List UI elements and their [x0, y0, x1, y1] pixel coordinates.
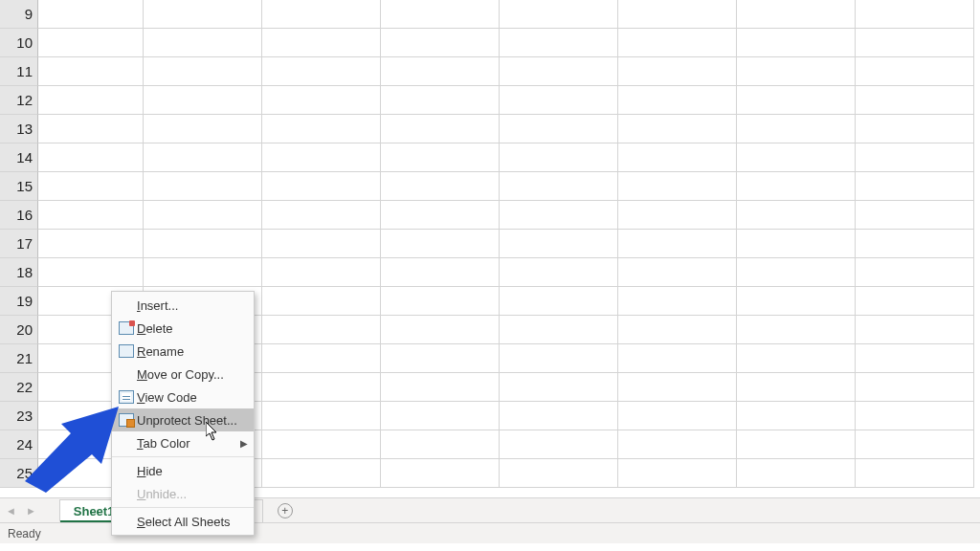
- menu-view-code[interactable]: View Code: [112, 386, 254, 408]
- cell[interactable]: [737, 172, 856, 201]
- row-header[interactable]: 22: [0, 373, 38, 402]
- cell[interactable]: [38, 230, 144, 258]
- cell[interactable]: [618, 316, 737, 344]
- row-header[interactable]: 16: [0, 201, 38, 230]
- cell[interactable]: [262, 115, 381, 143]
- row-header[interactable]: 23: [0, 402, 38, 430]
- cell[interactable]: [737, 86, 856, 115]
- row-header[interactable]: 17: [0, 230, 38, 258]
- cell[interactable]: [856, 344, 974, 373]
- menu-rename[interactable]: Rename: [112, 340, 254, 363]
- row-header[interactable]: 13: [0, 115, 38, 143]
- cell[interactable]: [737, 258, 856, 287]
- cell[interactable]: [144, 86, 262, 115]
- cell[interactable]: [500, 373, 618, 402]
- cell[interactable]: [737, 402, 856, 430]
- cell[interactable]: [737, 0, 856, 29]
- cell[interactable]: [262, 172, 381, 201]
- menu-insert[interactable]: Insert...: [112, 294, 254, 317]
- cell[interactable]: [381, 258, 500, 287]
- cell[interactable]: [381, 143, 500, 172]
- cell[interactable]: [381, 115, 500, 143]
- cell[interactable]: [737, 201, 856, 230]
- cell[interactable]: [262, 287, 381, 316]
- cell[interactable]: [38, 172, 144, 201]
- row-header[interactable]: 21: [0, 344, 38, 373]
- cell[interactable]: [381, 201, 500, 230]
- cell[interactable]: [618, 115, 737, 143]
- cell[interactable]: [500, 201, 618, 230]
- sheet-nav-prev-icon[interactable]: ◄: [6, 505, 16, 517]
- cell[interactable]: [737, 344, 856, 373]
- cell[interactable]: [500, 115, 618, 143]
- cell[interactable]: [500, 459, 618, 488]
- cell[interactable]: [381, 57, 500, 86]
- cell[interactable]: [262, 344, 381, 373]
- row-header[interactable]: 19: [0, 287, 38, 316]
- cell[interactable]: [856, 230, 974, 258]
- row-header[interactable]: 9: [0, 0, 38, 29]
- row-header[interactable]: 15: [0, 172, 38, 201]
- cell[interactable]: [381, 172, 500, 201]
- cell[interactable]: [500, 258, 618, 287]
- cell[interactable]: [500, 230, 618, 258]
- cell[interactable]: [618, 344, 737, 373]
- cell[interactable]: [262, 430, 381, 459]
- row-header[interactable]: 11: [0, 57, 38, 86]
- cell[interactable]: [500, 287, 618, 316]
- add-sheet-button[interactable]: +: [273, 498, 298, 522]
- cell[interactable]: [500, 143, 618, 172]
- row-header[interactable]: 14: [0, 143, 38, 172]
- cell[interactable]: [856, 258, 974, 287]
- cell[interactable]: [500, 29, 618, 57]
- cell[interactable]: [856, 172, 974, 201]
- menu-select-all-sheets[interactable]: Select All Sheets: [112, 510, 254, 533]
- cell[interactable]: [737, 430, 856, 459]
- cell[interactable]: [262, 57, 381, 86]
- row-header[interactable]: 12: [0, 86, 38, 115]
- cell[interactable]: [38, 0, 144, 29]
- cell[interactable]: [381, 29, 500, 57]
- cell[interactable]: [618, 459, 737, 488]
- cell[interactable]: [38, 143, 144, 172]
- menu-delete[interactable]: Delete: [112, 317, 254, 340]
- cell[interactable]: [737, 115, 856, 143]
- cell[interactable]: [856, 430, 974, 459]
- cell[interactable]: [262, 230, 381, 258]
- cell[interactable]: [856, 57, 974, 86]
- cell[interactable]: [856, 143, 974, 172]
- cell[interactable]: [856, 459, 974, 488]
- cell[interactable]: [737, 287, 856, 316]
- cell[interactable]: [500, 316, 618, 344]
- cell[interactable]: [38, 258, 144, 287]
- cell[interactable]: [737, 143, 856, 172]
- cell[interactable]: [618, 373, 737, 402]
- cell[interactable]: [262, 459, 381, 488]
- row-header[interactable]: 20: [0, 316, 38, 344]
- cell[interactable]: [500, 344, 618, 373]
- cell[interactable]: [262, 316, 381, 344]
- cell[interactable]: [856, 373, 974, 402]
- cell[interactable]: [737, 316, 856, 344]
- cell[interactable]: [262, 402, 381, 430]
- cell[interactable]: [381, 86, 500, 115]
- cell[interactable]: [856, 287, 974, 316]
- row-header[interactable]: 25: [0, 459, 38, 488]
- cell[interactable]: [856, 402, 974, 430]
- cell[interactable]: [144, 57, 262, 86]
- cell[interactable]: [262, 201, 381, 230]
- cell[interactable]: [618, 402, 737, 430]
- cell[interactable]: [381, 430, 500, 459]
- cell[interactable]: [38, 115, 144, 143]
- row-header[interactable]: 10: [0, 29, 38, 57]
- cell[interactable]: [381, 402, 500, 430]
- cell[interactable]: [618, 0, 737, 29]
- cell[interactable]: [618, 29, 737, 57]
- cell[interactable]: [38, 86, 144, 115]
- cell[interactable]: [144, 230, 262, 258]
- cell[interactable]: [856, 29, 974, 57]
- cell[interactable]: [381, 373, 500, 402]
- cell[interactable]: [38, 29, 144, 57]
- cell[interactable]: [618, 86, 737, 115]
- cell[interactable]: [262, 143, 381, 172]
